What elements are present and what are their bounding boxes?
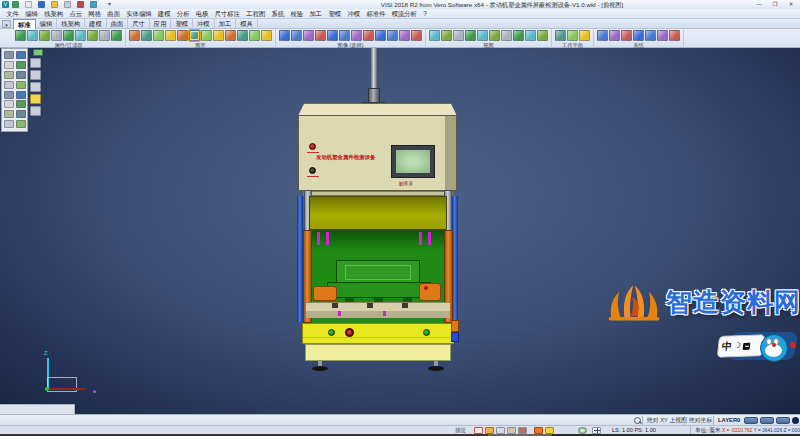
tab-2[interactable]: 编辑 [36,19,58,29]
view-button-3[interactable] [30,82,41,92]
view-plane-indicator[interactable]: 绝对 XY 上视图 [642,416,687,425]
toolbar-icon[interactable] [189,30,200,41]
menu-item[interactable]: 系统 [268,9,287,19]
menu-item[interactable]: 曲面 [104,9,123,19]
ime-pill[interactable]: 中 ☽ [717,334,766,358]
toolbar-icon[interactable] [399,30,410,41]
tab-7[interactable]: 应用 [150,19,172,29]
toolbar-icon[interactable] [465,30,476,41]
toolbar-icon[interactable] [387,30,398,41]
toolbar-icon[interactable] [237,30,248,41]
ime-moon-icon[interactable]: ☽ [734,342,742,350]
menu-item[interactable]: 编辑 [22,9,41,19]
toolbar-icon[interactable] [477,30,488,41]
menu-item[interactable]: 加工 [306,9,325,19]
toolbar-icon[interactable] [249,30,260,41]
toolbar-icon[interactable] [177,30,188,41]
menu-item[interactable]: 尺寸标注 [212,9,244,19]
snap-icon-mid[interactable] [485,427,494,434]
tab-5[interactable]: 曲面 [107,19,129,29]
snap-icon-quad[interactable] [545,427,554,434]
toolbar-icon[interactable] [657,30,668,41]
tab-10[interactable]: 加工 [215,19,237,29]
menu-item[interactable]: 标准件 [363,9,388,19]
palette-icon[interactable] [4,91,14,99]
menu-item[interactable]: 网格 [85,9,104,19]
toolbar-icon[interactable] [261,30,272,41]
palette-icon[interactable] [16,100,26,108]
toolbar-icon[interactable] [213,30,224,41]
toolbar-icon[interactable] [27,30,38,41]
toolbar-icon[interactable] [63,30,74,41]
toolbar-icon[interactable] [513,30,524,41]
toolbar-icon[interactable] [75,30,86,41]
toolbar-icon[interactable] [141,30,152,41]
toolbar-icon[interactable] [567,30,578,41]
print-icon[interactable] [64,1,71,8]
view-button-5[interactable] [30,106,41,116]
status-blue-button-3[interactable] [776,417,790,424]
viewport[interactable]: 发动机塑金属件检测设备 触摸屏 [0,48,800,414]
crosshair-icon[interactable] [592,427,601,434]
app-icon[interactable]: V [2,1,9,8]
minimize-button[interactable]: — [752,0,766,9]
palette-icon[interactable] [4,51,14,59]
toolbar-icon[interactable] [15,30,26,41]
toolbar-icon[interactable] [669,30,680,41]
maximize-button[interactable]: ❐ [768,0,782,9]
toolbar-icon[interactable] [621,30,632,41]
timer-icon[interactable] [578,427,587,434]
palette-icon[interactable] [16,91,26,99]
toolbar-icon[interactable] [597,30,608,41]
tab-11[interactable]: 模具 [236,19,258,29]
toolbar-icon[interactable] [87,30,98,41]
toolbar-icon[interactable] [525,30,536,41]
menu-item[interactable]: 塑模 [325,9,344,19]
snap-icon-point[interactable] [474,427,483,434]
tab-1[interactable]: 标准 [13,19,36,29]
toolbar-icon[interactable] [111,30,122,41]
menu-item[interactable]: ? [420,9,430,19]
palette-icon[interactable] [16,110,26,118]
palette-icon[interactable] [16,51,26,59]
import-icon[interactable] [51,1,58,8]
palette-icon[interactable] [16,61,26,69]
toolbar-icon[interactable] [279,30,290,41]
toolbar-icon[interactable] [51,30,62,41]
status-blue-button-1[interactable] [744,417,758,424]
palette-icon[interactable] [16,71,26,79]
toolbar-icon[interactable] [375,30,386,41]
toolbar-icon[interactable] [645,30,656,41]
toolbar-options-dropdown-icon[interactable]: ▾ [2,20,11,28]
menu-item[interactable]: 校验 [287,9,306,19]
redo-icon[interactable] [90,1,97,8]
view-button-1[interactable] [30,58,41,68]
toolbar-icon[interactable] [129,30,140,41]
menu-item[interactable]: 模流分析 [389,9,421,19]
tab-8[interactable]: 塑模 [171,19,193,29]
toolbar-icon[interactable] [153,30,164,41]
palette-icon[interactable] [4,100,14,108]
toolbar-icon[interactable] [351,30,362,41]
tab-4[interactable]: 建模 [85,19,107,29]
toolbar-icon[interactable] [201,30,212,41]
toolbar-icon[interactable] [501,30,512,41]
menu-item[interactable]: 线架构 [41,9,66,19]
toolbar-icon[interactable] [411,30,422,41]
palette-icon[interactable] [4,61,14,69]
toolbar-icon[interactable] [579,30,590,41]
undo-icon[interactable] [77,1,84,8]
toolbar-icon[interactable] [225,30,236,41]
palette-icon[interactable] [16,120,26,128]
palette-icon[interactable] [4,81,14,89]
menu-item[interactable]: 点云 [66,9,85,19]
ime-mode-indicator[interactable]: 中 [721,341,732,351]
tab-6[interactable]: 尺寸 [128,19,150,29]
palette-icon[interactable] [4,71,14,79]
globe-icon[interactable] [792,417,799,424]
palette-icon[interactable] [4,110,14,118]
menu-item[interactable]: 建模 [155,9,174,19]
search-icon[interactable] [634,417,641,424]
menu-item[interactable]: 文件 [3,9,22,19]
tab-9[interactable]: 冲模 [193,19,215,29]
